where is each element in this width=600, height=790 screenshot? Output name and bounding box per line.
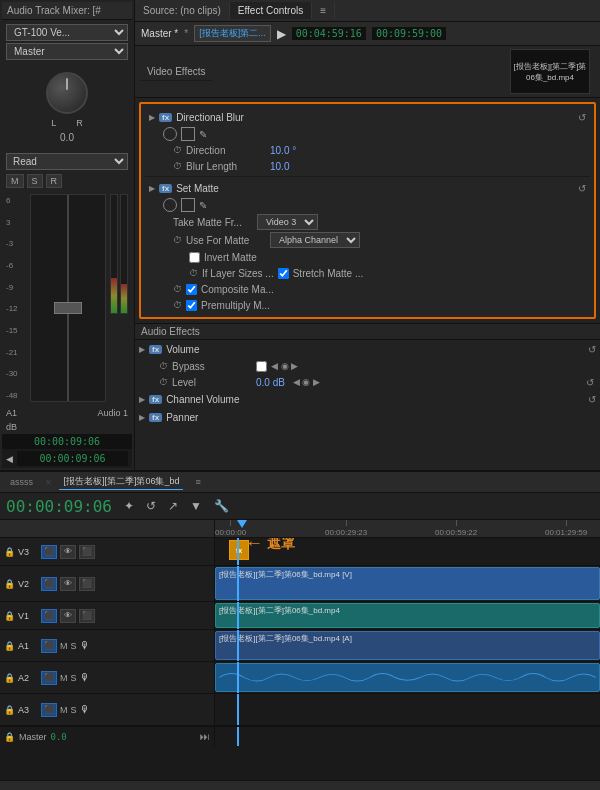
a3-m[interactable]: M: [60, 705, 68, 715]
track-name-dropdown[interactable]: GT-100 Ve...: [6, 24, 128, 41]
direction-stopwatch[interactable]: ⏱: [173, 145, 182, 155]
master-dropdown[interactable]: Master: [6, 43, 128, 60]
set-matte-expand-icon[interactable]: ▶: [149, 184, 155, 193]
square-shape-icon[interactable]: [181, 127, 195, 141]
set-matte-square-icon[interactable]: [181, 198, 195, 212]
source-tab[interactable]: Source: (no clips): [135, 2, 230, 19]
a3-lock[interactable]: 🔒: [4, 705, 15, 715]
a1-clip[interactable]: [报告老板][第二季]第06集_bd.mp4 [A]: [215, 631, 600, 660]
alpha-channel-dropdown[interactable]: Alpha Channel: [270, 232, 360, 248]
volume-expand-icon[interactable]: ▶: [139, 345, 145, 354]
meter-bar-left: [110, 194, 118, 314]
channel-volume-row[interactable]: ▶ fx Channel Volume ↺: [135, 390, 600, 408]
premultiply-stopwatch[interactable]: ⏱: [173, 300, 182, 310]
level-arrows[interactable]: ◀ ◉ ▶: [293, 377, 320, 387]
use-matte-stopwatch[interactable]: ⏱: [173, 235, 182, 245]
level-value[interactable]: 0.0 dB: [256, 377, 285, 388]
tool-arrow[interactable]: ↗: [166, 497, 180, 515]
timeline-tab-main[interactable]: [报告老板][第二季]第06集_bd: [59, 474, 183, 490]
composite-matte-checkbox[interactable]: [186, 284, 197, 295]
v1-name: V1: [18, 611, 38, 621]
transport-arrow[interactable]: ◀: [6, 454, 13, 464]
layer-sizes-stopwatch[interactable]: ⏱: [189, 268, 198, 278]
v2-ctrl-3[interactable]: ⬛: [79, 577, 95, 591]
a2-clip[interactable]: [215, 663, 600, 692]
set-matte-row[interactable]: ▶ fx Set Matte ↺: [145, 179, 590, 197]
panner-expand-icon[interactable]: ▶: [139, 413, 145, 422]
stretch-matte-checkbox[interactable]: [278, 268, 289, 279]
direction-value[interactable]: 10.0 °: [270, 145, 296, 156]
pencil-icon[interactable]: ✎: [199, 129, 207, 140]
master-lock[interactable]: 🔒: [4, 732, 15, 742]
s-button[interactable]: S: [27, 174, 43, 188]
tool-star[interactable]: ✦: [122, 497, 136, 515]
sequence-selector[interactable]: [报告老板]第二...: [194, 25, 271, 42]
v1-ctrl-1[interactable]: ⬛: [41, 609, 57, 623]
a1-ctrl-1[interactable]: ⬛: [41, 639, 57, 653]
v3-ctrl-2[interactable]: 👁: [60, 545, 76, 559]
volume-effect-row[interactable]: ▶ fx Volume ↺: [135, 340, 600, 358]
channel-volume-reset-icon[interactable]: ↺: [588, 394, 596, 405]
a1-s[interactable]: S: [71, 641, 77, 651]
video3-dropdown[interactable]: Video 3: [257, 214, 318, 230]
panner-row[interactable]: ▶ fx Panner: [135, 408, 600, 426]
v2-clip[interactable]: [报告老板][第二季]第06集_bd.mp4 [V]: [215, 567, 600, 600]
composite-stopwatch[interactable]: ⏱: [173, 284, 182, 294]
tool-undo[interactable]: ↺: [144, 497, 158, 515]
blur-stopwatch[interactable]: ⏱: [173, 161, 182, 171]
set-matte-reset-icon[interactable]: ↺: [578, 183, 586, 194]
a3-ctrl-1[interactable]: ⬛: [41, 703, 57, 717]
master-end-icon[interactable]: ⏭: [200, 731, 210, 742]
v2-ctrl-1[interactable]: ⬛: [41, 577, 57, 591]
v3-lock[interactable]: 🔒: [4, 547, 15, 557]
fx-marker-v3[interactable]: fx: [229, 540, 249, 560]
timeline-tab-assss[interactable]: assss: [6, 476, 37, 488]
pan-knob[interactable]: [46, 72, 88, 114]
volume-reset-icon[interactable]: ↺: [588, 344, 596, 355]
set-matte-circle-icon[interactable]: [163, 198, 177, 212]
directional-blur-row[interactable]: ▶ fx Directional Blur ↺: [145, 108, 590, 126]
a2-lock[interactable]: 🔒: [4, 673, 15, 683]
set-matte-pencil-icon[interactable]: ✎: [199, 200, 207, 211]
bypass-arrows[interactable]: ◀ ◉ ▶: [271, 361, 298, 371]
v1-ctrl-2[interactable]: 👁: [60, 609, 76, 623]
invert-matte-checkbox[interactable]: [189, 252, 200, 263]
panel-menu-icon[interactable]: ≡: [312, 2, 335, 19]
premultiply-checkbox[interactable]: [186, 300, 197, 311]
bypass-checkbox[interactable]: [256, 361, 267, 372]
level-reset-icon[interactable]: ↺: [586, 377, 594, 388]
play-button[interactable]: ▶: [277, 27, 286, 41]
a3-mic[interactable]: 🎙: [80, 704, 90, 715]
tool-wrench[interactable]: 🔧: [212, 497, 231, 515]
a2-s[interactable]: S: [71, 673, 77, 683]
blur-length-value[interactable]: 10.0: [270, 161, 289, 172]
r-button[interactable]: R: [46, 174, 63, 188]
a1-m[interactable]: M: [60, 641, 68, 651]
expand-icon[interactable]: ▶: [149, 113, 155, 122]
a2-m[interactable]: M: [60, 673, 68, 683]
tool-down[interactable]: ▼: [188, 497, 204, 515]
circle-shape-icon[interactable]: [163, 127, 177, 141]
m-button[interactable]: M: [6, 174, 24, 188]
v1-clip[interactable]: [报告老板][第二季]第06集_bd.mp4: [215, 603, 600, 628]
v2-lock[interactable]: 🔒: [4, 579, 15, 589]
v2-ctrl-2[interactable]: 👁: [60, 577, 76, 591]
a3-s[interactable]: S: [71, 705, 77, 715]
v1-ctrl-3[interactable]: ⬛: [79, 609, 95, 623]
a2-mic[interactable]: 🎙: [80, 672, 90, 683]
h-scrollbar[interactable]: [0, 780, 600, 790]
a1-lock[interactable]: 🔒: [4, 641, 15, 651]
a1-mic[interactable]: 🎙: [80, 640, 90, 651]
bypass-stopwatch[interactable]: ⏱: [159, 361, 168, 371]
v1-lock[interactable]: 🔒: [4, 611, 15, 621]
v3-ctrl-3[interactable]: ⬛: [79, 545, 95, 559]
timeline-tab-menu[interactable]: ≡: [191, 476, 204, 488]
level-stopwatch[interactable]: ⏱: [159, 377, 168, 387]
a2-ctrl-1[interactable]: ⬛: [41, 671, 57, 685]
read-dropdown[interactable]: Read: [6, 153, 128, 170]
effect-controls-tab[interactable]: Effect Controls: [230, 2, 312, 19]
v3-ctrl-1[interactable]: ⬛: [41, 545, 57, 559]
reset-icon[interactable]: ↺: [578, 112, 586, 123]
volume-fader[interactable]: [30, 194, 106, 402]
channel-volume-expand-icon[interactable]: ▶: [139, 395, 145, 404]
